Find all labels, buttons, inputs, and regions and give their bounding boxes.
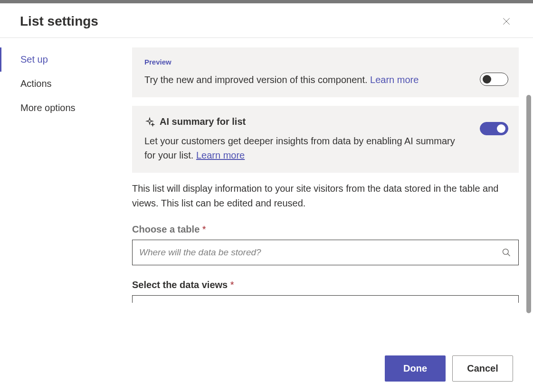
- modal-footer: Done Cancel: [0, 345, 533, 392]
- list-description: This list will display information to yo…: [132, 181, 519, 211]
- sparkle-icon: [144, 117, 155, 127]
- search-icon: [502, 248, 511, 257]
- choose-table-label: Choose a table *: [132, 224, 519, 235]
- preview-toggle[interactable]: [480, 73, 508, 86]
- sidebar-item-label: More options: [20, 103, 76, 113]
- cancel-button[interactable]: Cancel: [452, 355, 513, 382]
- modal-title: List settings: [20, 14, 98, 29]
- preview-label: Preview: [144, 58, 506, 66]
- done-button[interactable]: Done: [385, 355, 446, 382]
- sidebar-item-setup[interactable]: Set up: [0, 47, 119, 72]
- sidebar-item-label: Actions: [20, 78, 52, 89]
- svg-point-2: [503, 249, 509, 255]
- close-icon: [502, 17, 511, 26]
- modal-header: List settings: [0, 3, 533, 38]
- list-settings-modal: List settings Set up Actions More option…: [0, 3, 533, 392]
- sidebar-item-label: Set up: [20, 54, 48, 65]
- choose-table-input-wrap: [132, 240, 519, 265]
- preview-text: Try the new and improved version of this…: [144, 73, 506, 87]
- select-views-label: Select the data views *: [132, 280, 519, 290]
- required-indicator: *: [202, 224, 206, 234]
- close-button[interactable]: [500, 15, 513, 28]
- ai-learn-more-link[interactable]: Learn more: [196, 150, 245, 160]
- sidebar-item-actions[interactable]: Actions: [0, 72, 119, 96]
- sidebar-item-more-options[interactable]: More options: [0, 96, 119, 120]
- scrollbar[interactable]: [526, 95, 531, 313]
- preview-box: Preview Try the new and improved version…: [132, 47, 519, 97]
- svg-line-3: [508, 254, 510, 256]
- select-views-input-partial[interactable]: [132, 295, 519, 303]
- ai-summary-box: AI summary for list Let your customers g…: [132, 106, 519, 173]
- ai-summary-toggle[interactable]: [480, 122, 508, 135]
- toggle-knob: [497, 124, 505, 133]
- modal-body: Set up Actions More options Preview Try …: [0, 38, 533, 392]
- choose-table-input[interactable]: [132, 240, 519, 265]
- preview-learn-more-link[interactable]: Learn more: [370, 75, 419, 85]
- toggle-knob: [483, 75, 491, 84]
- required-indicator: *: [230, 280, 234, 290]
- ai-summary-text: Let your customers get deeper insights f…: [144, 134, 506, 162]
- content-area: Preview Try the new and improved version…: [119, 38, 533, 392]
- ai-summary-heading: AI summary for list: [144, 116, 506, 127]
- sidebar: Set up Actions More options: [0, 38, 119, 392]
